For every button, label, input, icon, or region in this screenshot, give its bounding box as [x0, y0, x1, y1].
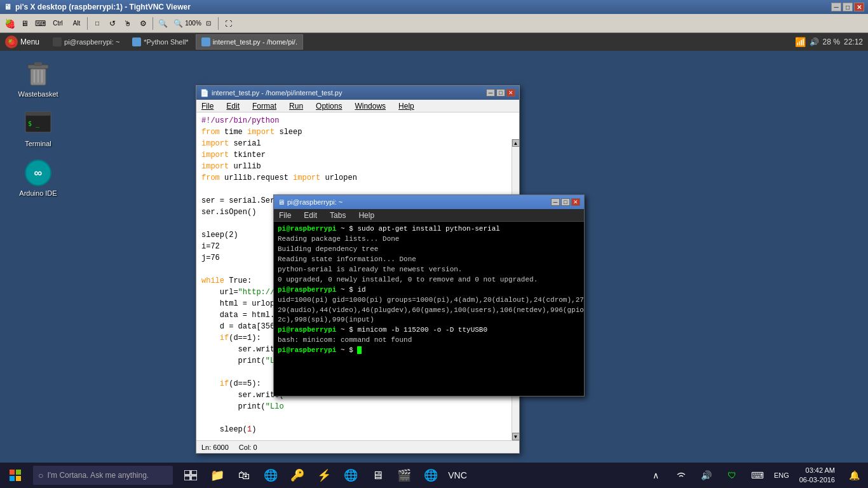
taskbar-keyboard-icon[interactable]: ⌨: [746, 463, 769, 488]
chrome2-taskbar-icon[interactable]: 🌐: [418, 463, 444, 488]
arduino-taskbar-icon[interactable]: ⚡: [311, 463, 337, 488]
idle-menu-help[interactable]: Help: [396, 100, 417, 112]
vnc-tb-zoom-fit-button[interactable]: ⊡: [201, 17, 215, 30]
cortana-label: I'm Cortana. Ask me anything.: [47, 471, 149, 480]
idle-menu-file[interactable]: File: [199, 100, 216, 112]
terminal-menu-tabs[interactable]: Tabs: [327, 211, 348, 220]
vnc-tb-zoom-reset-button[interactable]: 100%: [186, 17, 200, 30]
vnc-tb-keyboard-icon[interactable]: ⌨: [33, 17, 47, 30]
idle-close-button[interactable]: ✕: [506, 89, 515, 97]
idle-menu-edit[interactable]: Edit: [224, 100, 242, 112]
code-line-3: import serial: [201, 138, 514, 149]
idle-menu-format[interactable]: Format: [250, 100, 279, 112]
svg-rect-11: [10, 470, 15, 475]
idle-menu-run[interactable]: Run: [287, 100, 306, 112]
taskbar-volume-icon[interactable]: 🔊: [695, 463, 718, 488]
taskbar-shield-icon[interactable]: 🛡: [721, 463, 743, 488]
vnc-tb-zoom-in-button[interactable]: 🔍: [156, 17, 170, 30]
idle-scroll-down[interactable]: ▼: [512, 433, 520, 440]
idle-task-icon: [201, 37, 210, 46]
rpi-task-python-label: *Python Shell*: [144, 38, 188, 46]
rpi-menu-button[interactable]: 🍓 Menu: [0, 33, 44, 51]
network-taskbar-icon[interactable]: 🌐: [338, 463, 363, 488]
store-taskbar-icon[interactable]: 🛍: [231, 463, 257, 488]
desktop-icon-terminal[interactable]: $ _ Terminal: [13, 108, 64, 147]
lastpass-taskbar-icon[interactable]: 🔑: [285, 463, 310, 488]
terminal-text: pi@raspberrypi ~ $ sudo apt-get install …: [278, 224, 584, 393]
media-taskbar-icon[interactable]: 🎬: [391, 463, 417, 488]
terminal-close-button[interactable]: ✕: [571, 198, 580, 206]
idle-scroll-up[interactable]: ▲: [512, 139, 520, 147]
chrome-taskbar-icon[interactable]: 🌐: [258, 463, 283, 488]
idle-minimize-button[interactable]: ─: [486, 89, 495, 97]
code-line-4: import tkinter: [201, 149, 514, 161]
terminal-menu-file[interactable]: File: [276, 211, 294, 220]
terminal-title-label: pi@raspberrypi: ~: [287, 198, 551, 206]
vnc-tb-alt-button[interactable]: Alt: [69, 17, 85, 30]
arduino-desktop-icon: ∞: [23, 158, 53, 188]
t-line-11: pi@raspberrypi ~ $ minicom -b 115200 -o …: [278, 325, 584, 336]
taskbar-up-arrow-icon[interactable]: ∧: [644, 463, 667, 488]
file-explorer-taskbar-icon[interactable]: 📁: [205, 463, 230, 488]
idle-restore-button[interactable]: □: [496, 89, 505, 97]
vnc-minimize-button[interactable]: ─: [831, 3, 841, 11]
terminal-content[interactable]: pi@raspberrypi ~ $ sudo apt-get install …: [274, 222, 584, 396]
terminal-menu-help[interactable]: Help: [356, 211, 377, 220]
battery-label: 28 %: [823, 37, 840, 46]
vnc-tb-blank-icon[interactable]: □: [90, 17, 104, 30]
vnc-close-button[interactable]: ✕: [854, 3, 864, 11]
terminal-restore-button[interactable]: □: [561, 198, 570, 206]
rpi-menu-label: Menu: [20, 37, 39, 46]
vnc-tb-separator1: [87, 17, 88, 30]
code-line-28: sleep(1): [201, 424, 514, 435]
desktop-icon-arduino[interactable]: ∞ Arduino IDE: [13, 158, 64, 197]
vnc-tb-mouse-icon[interactable]: 🖱: [121, 17, 135, 30]
idle-menu-windows[interactable]: Windows: [352, 100, 388, 112]
vnc-tb-ctrl-button[interactable]: Ctrl: [48, 17, 67, 30]
rpi-task-idle-editor[interactable]: internet_test.py - /home/pi/.: [196, 34, 303, 50]
vnc-tb-display-icon[interactable]: 🖥: [18, 17, 32, 30]
vnc-tb-separator2: [153, 17, 153, 30]
idle-menu-options[interactable]: Options: [313, 100, 344, 112]
vnc-restore-button[interactable]: □: [843, 3, 853, 11]
vnc-tb-zoom-out-button[interactable]: 🔍: [171, 17, 185, 30]
start-button[interactable]: [0, 463, 31, 488]
desktop-icon-wastebasket[interactable]: Wastebasket: [13, 58, 64, 98]
t-line-13: pi@raspberrypi ~ $: [278, 346, 584, 356]
terminal-minimize-button[interactable]: ─: [551, 198, 560, 206]
rpi-task-python-shell[interactable]: *Python Shell*: [126, 34, 194, 50]
terminal-cursor: [357, 346, 362, 354]
terminal-title-icon: 🖥: [278, 198, 285, 206]
code-line-27: [201, 412, 514, 424]
idle-bottom-ln: Ln: 6000: [201, 444, 229, 451]
vnc-tb-raspberry-icon[interactable]: 🍓: [3, 17, 17, 30]
t-line-12: bash: minicom: command not found: [278, 336, 584, 346]
cortana-search[interactable]: ○ I'm Cortana. Ask me anything.: [33, 466, 173, 485]
vnc-tb-fullscreen-button[interactable]: ⛶: [221, 17, 235, 30]
terminal-task-icon: [53, 37, 62, 46]
vnc-tb-refresh-icon[interactable]: ↺: [105, 17, 119, 30]
idle-window-controls: ─ □ ✕: [486, 89, 515, 97]
putty-taskbar-icon[interactable]: 🖥: [365, 463, 390, 488]
terminal-menu-edit[interactable]: Edit: [301, 211, 320, 220]
vnc-taskbar-icon[interactable]: VNC: [445, 463, 470, 488]
terminal-label: Terminal: [25, 140, 51, 147]
taskbar-lang-label: ENG: [771, 471, 792, 479]
idle-titlebar: 📄 internet_test.py - /home/pi/internet_t…: [196, 86, 519, 100]
taskbar-time-label: 03:42 AM: [799, 466, 835, 475]
taskbar-network-icon[interactable]: [670, 463, 693, 488]
svg-text:∞: ∞: [34, 166, 43, 179]
code-line-1: #!/usr/bin/python: [201, 115, 514, 126]
t-line-4: Reading state information... Done: [278, 255, 584, 265]
code-line-2: from time import sleep: [201, 126, 514, 138]
taskbar-notification-icon[interactable]: 🔔: [843, 463, 865, 488]
taskbar-clock[interactable]: 03:42 AM 06-03-2016: [794, 466, 840, 485]
taskbar-app-icons: 📁 🛍 🌐 🔑 ⚡ 🌐 🖥 🎬 🌐 VNC: [178, 463, 470, 488]
vnc-logo-icon: 🖥: [4, 3, 11, 11]
rpi-task-terminal[interactable]: pi@raspberrypi: ~: [47, 34, 125, 50]
vnc-tb-options-icon[interactable]: ⚙: [136, 17, 150, 30]
terminal-desktop-icon: $ _: [23, 108, 53, 139]
svg-rect-18: [191, 476, 197, 480]
taskview-button[interactable]: [178, 463, 203, 488]
arduino-label: Arduino IDE: [19, 189, 57, 197]
